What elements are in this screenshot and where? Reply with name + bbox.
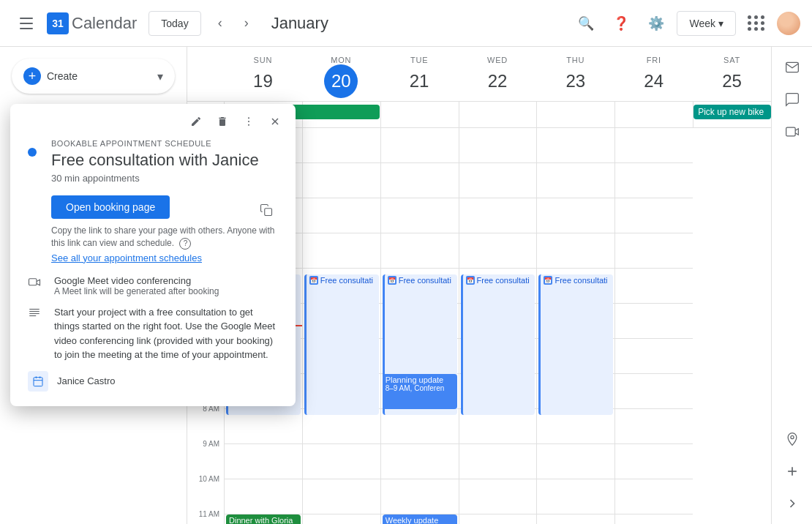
popup-edit-button[interactable] bbox=[184, 110, 208, 133]
svg-rect-10 bbox=[265, 209, 272, 216]
pick-up-bike-event[interactable]: Pick up new bike bbox=[693, 105, 771, 119]
day-col-mon: 📅 Free consultati Dinner with Helen 6–9 … bbox=[302, 128, 380, 524]
free-consult-mon[interactable]: 📅 Free consultati bbox=[304, 274, 379, 415]
day-col-tue: 📅 Free consultati Planning update 8–9 AM… bbox=[380, 128, 459, 524]
svg-point-6 bbox=[248, 121, 249, 122]
day-headers: SUN 19 MON 20 TUE 21 WED 22 THU 23 FRI 2… bbox=[187, 47, 771, 102]
weekly-update-event[interactable]: Weekly update 5–6 PM, Meeting r bbox=[383, 514, 457, 524]
popup-owner-row: Janice Castro bbox=[10, 371, 296, 392]
day-header-sun: SUN 19 bbox=[224, 53, 302, 101]
free-consult-thu[interactable]: 📅 Free consultati bbox=[538, 274, 613, 415]
avatar[interactable] bbox=[777, 12, 800, 35]
popup-color-indicator bbox=[28, 148, 37, 157]
owner-calendar-icon bbox=[28, 371, 48, 392]
free-consult-wed[interactable]: 📅 Free consultati bbox=[461, 274, 535, 415]
svg-point-2 bbox=[790, 435, 793, 438]
day-header-wed: WED 22 bbox=[459, 53, 537, 101]
apps-button[interactable] bbox=[742, 9, 771, 38]
logo-icon: 31 bbox=[47, 12, 69, 34]
svg-rect-16 bbox=[34, 377, 42, 386]
appointment-popup: BOOKABLE APPOINTMENT SCHEDULE Free consu… bbox=[10, 104, 296, 406]
copy-link-button[interactable] bbox=[255, 198, 278, 222]
popup-type-label: BOOKABLE APPOINTMENT SCHEDULE bbox=[51, 139, 278, 148]
popup-delete-button[interactable] bbox=[211, 110, 234, 133]
all-day-cell-thu bbox=[536, 102, 614, 127]
day-col-fri bbox=[614, 128, 693, 524]
create-button[interactable]: + Create ▾ bbox=[12, 59, 175, 94]
top-bar: 31 Calendar Today ‹ › January 🔍 ❓ ⚙️ Wee… bbox=[0, 0, 812, 47]
meet-icon-button[interactable] bbox=[778, 117, 807, 146]
meet-icon bbox=[28, 276, 42, 292]
popup-desc-section: Start your project with a free consultat… bbox=[10, 305, 296, 362]
meet-sub: A Meet link will be generated after book… bbox=[54, 286, 278, 296]
popup-close-button[interactable] bbox=[263, 110, 287, 133]
today-button[interactable]: Today bbox=[149, 11, 200, 36]
day-number-19[interactable]: 19 bbox=[246, 64, 279, 98]
help-button[interactable]: ❓ bbox=[606, 9, 636, 38]
search-button[interactable]: 🔍 bbox=[571, 9, 601, 38]
popup-description: Start your project with a free consultat… bbox=[54, 305, 278, 362]
popup-title: Free consultation with Janice bbox=[51, 151, 278, 170]
popup-more-button[interactable] bbox=[237, 110, 260, 133]
svg-rect-1 bbox=[786, 127, 795, 136]
month-title: January bbox=[271, 14, 328, 33]
all-day-cell-wed bbox=[459, 102, 537, 127]
all-day-cell-sat: Pick up new bike bbox=[693, 102, 771, 127]
day-header-mon: MON 20 bbox=[302, 53, 380, 101]
day-number-23[interactable]: 23 bbox=[559, 64, 593, 98]
open-booking-button[interactable]: Open booking page bbox=[51, 195, 170, 219]
description-icon bbox=[28, 306, 42, 322]
day-number-22[interactable]: 22 bbox=[481, 64, 514, 98]
popup-body: BOOKABLE APPOINTMENT SCHEDULE Free consu… bbox=[10, 139, 296, 263]
owner-name: Janice Castro bbox=[57, 375, 115, 386]
meet-title: Google Meet video conferencing bbox=[54, 275, 278, 286]
svg-point-5 bbox=[248, 117, 249, 119]
popup-toolbar bbox=[10, 104, 296, 139]
popup-meet-section: Google Meet video conferencing A Meet li… bbox=[10, 275, 296, 296]
svg-point-7 bbox=[248, 124, 249, 126]
day-number-24[interactable]: 24 bbox=[637, 64, 671, 98]
day-col-thu: 📅 Free consultati bbox=[536, 128, 614, 524]
day-number-20[interactable]: 20 bbox=[324, 64, 358, 98]
hamburger-button[interactable] bbox=[12, 9, 41, 38]
info-icon[interactable]: ? bbox=[179, 238, 191, 250]
prev-button[interactable]: ‹ bbox=[207, 10, 233, 37]
create-arrow-icon: ▾ bbox=[157, 70, 163, 83]
copy-description: Copy the link to share your page with ot… bbox=[51, 225, 278, 250]
next-button[interactable]: › bbox=[233, 10, 260, 37]
popup-duration: 30 min appointments bbox=[51, 173, 278, 184]
gmail-icon-button[interactable] bbox=[778, 53, 807, 82]
day-header-tue: TUE 21 bbox=[380, 53, 459, 101]
maps-icon-button[interactable] bbox=[778, 424, 807, 454]
day-header-sat: SAT 25 bbox=[693, 53, 771, 101]
view-selector[interactable]: Week ▾ bbox=[677, 11, 736, 36]
side-icons bbox=[771, 47, 812, 524]
all-day-cell-fri bbox=[614, 102, 693, 127]
create-label: Create bbox=[47, 70, 78, 82]
logo-area: 31 Calendar bbox=[47, 12, 137, 34]
create-plus-icon: + bbox=[23, 67, 41, 85]
day-header-thu: THU 23 bbox=[536, 53, 614, 101]
expand-side-icon[interactable] bbox=[778, 489, 807, 518]
dinner-gloria[interactable]: Dinner with Gloria 5:30–9 PM, Centra bbox=[226, 514, 301, 524]
top-right-actions: 🔍 ❓ ⚙️ Week ▾ bbox=[571, 9, 800, 38]
planning-update-event[interactable]: Planning update 8–9 AM, Conferen bbox=[383, 374, 457, 409]
add-icon-button[interactable] bbox=[778, 457, 807, 486]
day-col-wed: 📅 Free consultati bbox=[459, 128, 537, 524]
day-number-25[interactable]: 25 bbox=[715, 64, 749, 98]
see-all-schedules-link[interactable]: See all your appointment schedules bbox=[51, 252, 278, 263]
all-day-cell-tue bbox=[380, 102, 459, 127]
day-number-21[interactable]: 21 bbox=[402, 64, 436, 98]
popup-booking-row: Open booking page bbox=[51, 195, 278, 225]
settings-button[interactable]: ⚙️ bbox=[642, 9, 671, 38]
svg-rect-11 bbox=[29, 279, 37, 285]
chat-icon-button[interactable] bbox=[778, 85, 807, 114]
app-name: Calendar bbox=[72, 14, 137, 33]
day-header-fri: FRI 24 bbox=[614, 53, 693, 101]
